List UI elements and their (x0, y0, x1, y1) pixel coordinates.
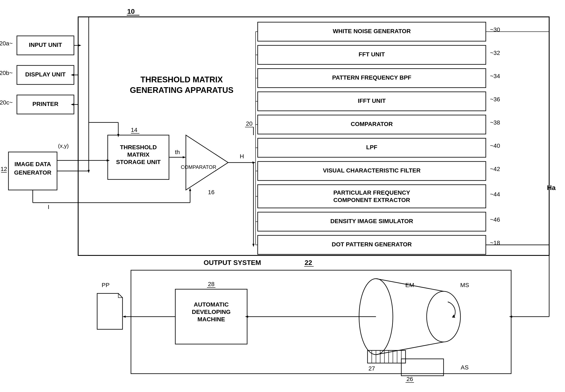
auto-dev-label-2: DEVELOPING (192, 309, 231, 315)
media-tray (367, 350, 406, 363)
ref-20a: 20a~ (0, 40, 13, 47)
threshold-label-3: STORAGE UNIT (116, 159, 160, 165)
display-unit-label: DISPLAY UNIT (25, 71, 65, 78)
svg-marker-6 (71, 103, 74, 106)
fft-unit-label: FFT UNIT (359, 51, 385, 58)
Ha-label: Ha (547, 184, 556, 192)
particular-freq-label-2: COMPONENT EXTRACTOR (333, 197, 410, 203)
pp-label: PP (101, 282, 109, 288)
ref-16: 16 (208, 189, 214, 196)
as-box (401, 359, 444, 376)
xy-label: (x,y) (58, 143, 69, 149)
output-system-box (131, 270, 511, 374)
threshold-label-1: THRESHOLD (120, 144, 157, 151)
auto-dev-label-3: MACHINE (198, 316, 225, 322)
svg-marker-44 (118, 294, 122, 298)
svg-marker-58 (245, 316, 248, 318)
density-image-label: DENSITY IMAGE SIMULATOR (330, 218, 413, 224)
ref-34: ~34 (490, 73, 500, 79)
threshold-label-2: MATRIX (127, 151, 149, 158)
svg-marker-26 (252, 161, 256, 164)
paper-pp (97, 294, 122, 329)
main-title: THRESHOLD MATRIX (141, 75, 223, 84)
H-label: H (240, 153, 244, 160)
ifft-unit-label: IFFT UNIT (358, 98, 386, 104)
ref-12: 12 (0, 166, 7, 172)
input-unit-label: INPUT UNIT (29, 42, 62, 48)
svg-marker-40 (252, 244, 255, 247)
comparator-16-label: COMPARATOR (181, 164, 216, 170)
ms-label: MS (460, 282, 469, 288)
ref-20c: 20c~ (0, 99, 13, 106)
em-label: EM (405, 282, 414, 288)
drum-end (427, 291, 461, 342)
I-label: I (48, 204, 49, 210)
ref-22: 22 (304, 259, 312, 266)
comparator-38-label: COMPARATOR (351, 121, 393, 127)
main-apparatus-box (78, 17, 549, 255)
svg-marker-24 (189, 188, 191, 191)
ref-20: 20 (246, 120, 252, 127)
ref-32: ~32 (490, 50, 500, 56)
drum-bottom (376, 342, 444, 355)
ref-36: ~36 (490, 96, 500, 103)
ref-27: 27 (368, 365, 375, 372)
ref-30: ~30 (490, 26, 500, 33)
image-data-label-1: IMAGE DATA (14, 161, 51, 168)
ref-40: ~40 (490, 142, 500, 149)
image-data-label-2: GENERATOR (14, 169, 51, 176)
pattern-freq-bpf-label: PATTERN FREQUENCY BPF (332, 74, 411, 81)
ref-20b: 20b~ (0, 70, 13, 76)
lpf-label: LPF (366, 144, 377, 151)
main-title-2: GENERATING APPARATUS (130, 86, 234, 95)
visual-char-filter-label: VISUAL CHARACTERISTIC FILTER (323, 167, 421, 174)
particular-freq-label-1: PARTICULAR FREQUENCY (333, 189, 410, 196)
ref-28: 28 (208, 281, 214, 287)
svg-marker-10 (88, 170, 90, 173)
ref-42: ~42 (490, 166, 500, 172)
particular-freq-box (258, 185, 486, 208)
printer-label: PRINTER (32, 101, 58, 107)
svg-marker-46 (122, 316, 126, 318)
white-noise-label: WHITE NOISE GENERATOR (333, 28, 411, 34)
ref-26: 26 (406, 376, 413, 382)
svg-marker-20 (183, 156, 186, 158)
ref-44: ~44 (490, 191, 500, 197)
comparator-triangle (186, 135, 228, 190)
ref-10: 10 (127, 8, 135, 15)
svg-marker-2 (78, 44, 81, 46)
auto-dev-label-1: AUTOMATIC (194, 301, 229, 308)
ref-46: ~46 (490, 216, 500, 223)
svg-marker-18 (107, 159, 110, 161)
svg-marker-61 (509, 316, 512, 318)
output-system-label: OUTPUT SYSTEM (203, 259, 261, 266)
diagram: THRESHOLD MATRIX GENERATING APPARATUS 10… (0, 0, 565, 392)
svg-marker-4 (71, 74, 74, 76)
dot-pattern-label: DOT PATTERN GENERATOR (332, 241, 412, 248)
ref-38: ~38 (490, 119, 500, 126)
ref-14: 14 (131, 127, 137, 133)
as-label: AS (461, 364, 468, 371)
svg-marker-15 (117, 134, 119, 137)
th-label: th (175, 149, 180, 155)
